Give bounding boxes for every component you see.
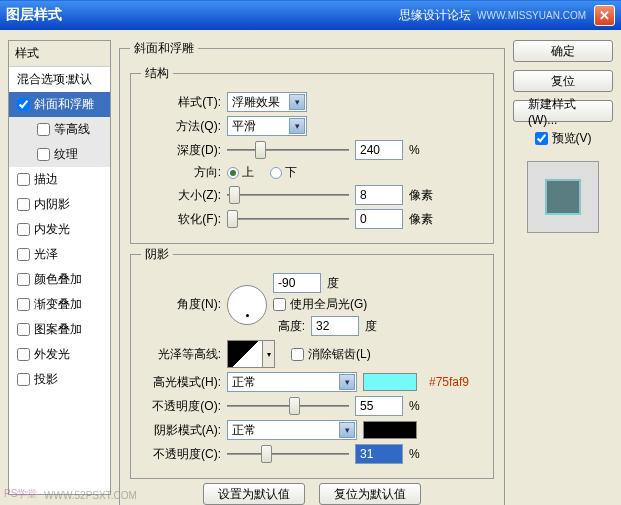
sidebar-item-drop-shadow[interactable]: 投影 xyxy=(9,367,110,392)
gloss-contour-dropdown[interactable]: ▾ xyxy=(263,340,275,368)
shadow-mode-label: 阴影模式(A): xyxy=(141,422,221,439)
angle-unit: 度 xyxy=(327,275,339,292)
sidebar-item-satin[interactable]: 光泽 xyxy=(9,242,110,267)
shadow-color-swatch[interactable] xyxy=(363,421,417,439)
angle-input[interactable]: -90 xyxy=(273,273,321,293)
chevron-down-icon: ▾ xyxy=(289,118,305,134)
angle-widget[interactable] xyxy=(227,285,267,325)
forum-label: 思缘设计论坛 xyxy=(399,7,471,24)
style-label: 样式(T): xyxy=(141,94,221,111)
chevron-down-icon: ▾ xyxy=(289,94,305,110)
highlight-opacity-input[interactable]: 55 xyxy=(355,396,403,416)
chevron-down-icon: ▾ xyxy=(339,422,355,438)
sidebar-item-stroke[interactable]: 描边 xyxy=(9,167,110,192)
angle-label: 角度(N): xyxy=(141,296,221,313)
soften-slider[interactable] xyxy=(227,210,349,228)
sidebar-blending-options[interactable]: 混合选项:默认 xyxy=(9,67,110,92)
shadow-opacity-input[interactable]: 31 xyxy=(355,444,403,464)
shadow-opacity-slider[interactable] xyxy=(227,445,349,463)
shading-title: 阴影 xyxy=(141,246,173,263)
direction-up-radio[interactable]: 上 xyxy=(227,164,254,181)
gloss-contour-label: 光泽等高线: xyxy=(141,346,221,363)
sidebar-item-color-overlay[interactable]: 颜色叠加 xyxy=(9,267,110,292)
altitude-unit: 度 xyxy=(365,318,377,335)
highlight-color-note: #75faf9 xyxy=(429,375,469,389)
watermark-b: WWW.52PSXT.COM xyxy=(44,490,137,501)
contour-checkbox[interactable] xyxy=(37,123,50,136)
ok-button[interactable]: 确定 xyxy=(513,40,613,62)
sidebar-header: 样式 xyxy=(9,41,110,67)
size-label: 大小(Z): xyxy=(141,187,221,204)
sidebar-item-gradient-overlay[interactable]: 渐变叠加 xyxy=(9,292,110,317)
make-default-button[interactable]: 设置为默认值 xyxy=(203,483,305,505)
window-title: 图层样式 xyxy=(6,6,62,24)
direction-down-radio[interactable]: 下 xyxy=(270,164,297,181)
shadow-mode-select[interactable]: 正常▾ xyxy=(227,420,357,440)
depth-slider[interactable] xyxy=(227,141,349,159)
depth-input[interactable]: 240 xyxy=(355,140,403,160)
bevel-group-title: 斜面和浮雕 xyxy=(130,40,198,57)
size-unit: 像素 xyxy=(409,187,433,204)
shading-group: 阴影 角度(N): -90 度 使用全局光(G) 高度: 32 度 xyxy=(130,246,494,479)
altitude-label: 高度: xyxy=(273,318,305,335)
highlight-mode-label: 高光模式(H): xyxy=(141,374,221,391)
technique-select[interactable]: 平滑▾ xyxy=(227,116,307,136)
altitude-input[interactable]: 32 xyxy=(311,316,359,336)
sidebar-item-inner-glow[interactable]: 内发光 xyxy=(9,217,110,242)
antialias-checkbox[interactable]: 消除锯齿(L) xyxy=(291,346,371,363)
soften-unit: 像素 xyxy=(409,211,433,228)
use-global-light-checkbox[interactable]: 使用全局光(G) xyxy=(273,296,377,313)
gloss-contour-picker[interactable] xyxy=(227,340,263,368)
forum-url: WWW.MISSYUAN.COM xyxy=(477,10,586,21)
preview-thumbnail xyxy=(527,161,599,233)
soften-input[interactable]: 0 xyxy=(355,209,403,229)
cancel-button[interactable]: 复位 xyxy=(513,70,613,92)
chevron-down-icon: ▾ xyxy=(339,374,355,390)
structure-group: 结构 样式(T): 浮雕效果▾ 方法(Q): 平滑▾ 深度(D): 240 % … xyxy=(130,65,494,244)
bevel-checkbox[interactable] xyxy=(17,98,30,111)
size-input[interactable]: 8 xyxy=(355,185,403,205)
technique-label: 方法(Q): xyxy=(141,118,221,135)
close-button[interactable]: ✕ xyxy=(594,5,615,26)
titlebar: 图层样式 思缘设计论坛 WWW.MISSYUAN.COM ✕ xyxy=(0,0,621,30)
bevel-group: 斜面和浮雕 结构 样式(T): 浮雕效果▾ 方法(Q): 平滑▾ 深度(D): … xyxy=(119,40,505,505)
highlight-color-swatch[interactable] xyxy=(363,373,417,391)
watermark-a: PS学堂 xyxy=(4,487,37,501)
sidebar-item-pattern-overlay[interactable]: 图案叠加 xyxy=(9,317,110,342)
sidebar-item-bevel[interactable]: 斜面和浮雕 xyxy=(9,92,110,117)
sidebar-item-contour[interactable]: 等高线 xyxy=(9,117,110,142)
direction-label: 方向: xyxy=(141,164,221,181)
sidebar-item-inner-shadow[interactable]: 内阴影 xyxy=(9,192,110,217)
new-style-button[interactable]: 新建样式(W)... xyxy=(513,100,613,122)
style-select[interactable]: 浮雕效果▾ xyxy=(227,92,307,112)
soften-label: 软化(F): xyxy=(141,211,221,228)
depth-unit: % xyxy=(409,143,420,157)
preview-checkbox[interactable]: 预览(V) xyxy=(513,130,613,147)
depth-label: 深度(D): xyxy=(141,142,221,159)
structure-title: 结构 xyxy=(141,65,173,82)
sidebar-item-outer-glow[interactable]: 外发光 xyxy=(9,342,110,367)
highlight-opacity-slider[interactable] xyxy=(227,397,349,415)
sidebar-item-texture[interactable]: 纹理 xyxy=(9,142,110,167)
size-slider[interactable] xyxy=(227,186,349,204)
styles-sidebar: 样式 混合选项:默认 斜面和浮雕 等高线 纹理 描边 内阴影 内发光 光泽 颜色… xyxy=(8,40,111,495)
highlight-mode-select[interactable]: 正常▾ xyxy=(227,372,357,392)
highlight-opacity-label: 不透明度(O): xyxy=(141,398,221,415)
shadow-opacity-label: 不透明度(C): xyxy=(141,446,221,463)
texture-checkbox[interactable] xyxy=(37,148,50,161)
reset-default-button[interactable]: 复位为默认值 xyxy=(319,483,421,505)
